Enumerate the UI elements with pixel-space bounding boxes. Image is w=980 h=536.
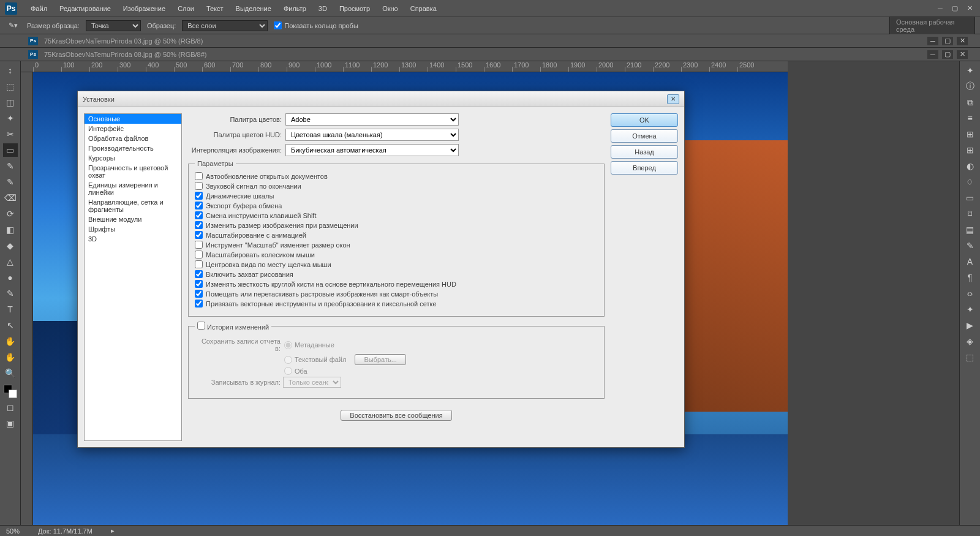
dodge-tool[interactable]: ● xyxy=(3,271,18,284)
close-icon[interactable]: ✕ xyxy=(964,4,975,13)
option-checkbox[interactable] xyxy=(195,202,203,209)
option-checkbox[interactable] xyxy=(195,260,203,268)
panel-icon[interactable]: ¶ xyxy=(963,271,978,284)
stamp-tool[interactable]: ⌫ xyxy=(3,191,18,205)
category-item[interactable]: Внешние модули xyxy=(85,214,181,224)
tab-minimize-icon[interactable]: ─ xyxy=(927,37,938,45)
panel-icon[interactable]: ✦ xyxy=(963,64,978,77)
option-checkbox[interactable] xyxy=(195,211,203,219)
hud-picker-select[interactable]: Цветовая шкала (маленькая) xyxy=(285,129,459,141)
panel-icon[interactable]: ◐ xyxy=(963,159,978,173)
lasso-tool[interactable]: ◫ xyxy=(3,96,18,109)
option-checkbox[interactable] xyxy=(195,241,203,249)
category-item[interactable]: 3D xyxy=(85,234,181,244)
history-log-checkbox[interactable] xyxy=(197,322,205,330)
menu-3d[interactable]: 3D xyxy=(312,5,333,12)
tab-close-icon[interactable]: ✕ xyxy=(957,37,968,45)
tab-minimize-icon[interactable]: ─ xyxy=(927,50,938,59)
pen-tool[interactable]: ✎ xyxy=(3,287,18,300)
menu-edit[interactable]: Редактирование xyxy=(53,5,117,12)
category-item[interactable]: Направляющие, сетка и фрагменты xyxy=(85,197,181,214)
maximize-icon[interactable]: ▢ xyxy=(949,4,960,13)
option-checkbox[interactable] xyxy=(195,290,203,298)
doc-size[interactable]: Док: 11.7M/11.7M xyxy=(38,527,92,535)
menu-filter[interactable]: Фильтр xyxy=(277,5,312,12)
quickmask-icon[interactable]: ◻ xyxy=(3,401,18,414)
crop-tool[interactable]: ✂ xyxy=(3,127,18,141)
cancel-button[interactable]: Отмена xyxy=(611,129,678,143)
menu-help[interactable]: Справка xyxy=(404,5,443,12)
panel-icon[interactable]: ⬚ xyxy=(963,350,978,364)
ok-button[interactable]: OK xyxy=(611,113,678,127)
panel-icon[interactable]: ⊞ xyxy=(963,127,978,141)
menu-file[interactable]: Файл xyxy=(24,5,53,12)
option-checkbox[interactable] xyxy=(195,231,203,239)
panel-icon[interactable]: ✎ xyxy=(963,239,978,252)
category-item[interactable]: Шрифты xyxy=(85,224,181,234)
panel-icon[interactable]: ◈ xyxy=(963,334,978,348)
eraser-tool[interactable]: ◧ xyxy=(3,223,18,236)
zoom-level[interactable]: 50% xyxy=(6,527,20,535)
option-checkbox[interactable] xyxy=(195,221,203,229)
menu-window[interactable]: Окно xyxy=(376,5,404,12)
panel-icon[interactable]: ▤ xyxy=(963,223,978,236)
interpolation-select[interactable]: Бикубическая автоматическая xyxy=(285,144,459,156)
move-tool[interactable]: ↕ xyxy=(3,64,18,77)
history-brush-tool[interactable]: ⟳ xyxy=(3,207,18,221)
eyedropper-tool[interactable]: ▭ xyxy=(3,143,18,157)
menu-layers[interactable]: Слои xyxy=(172,5,200,12)
tab-maximize-icon[interactable]: ▢ xyxy=(942,50,953,59)
option-checkbox[interactable] xyxy=(195,192,203,200)
status-arrow-icon[interactable]: ▸ xyxy=(111,527,115,535)
menu-select[interactable]: Выделение xyxy=(230,5,277,12)
menu-text[interactable]: Текст xyxy=(200,5,230,12)
option-checkbox[interactable] xyxy=(195,182,203,190)
option-checkbox[interactable] xyxy=(195,270,203,278)
workspace-selector[interactable]: Основная рабочая среда xyxy=(889,17,975,35)
sample-type-select[interactable]: Все слои xyxy=(182,20,268,31)
sampling-ring-input[interactable] xyxy=(274,21,282,29)
panel-icon[interactable]: ♢ xyxy=(963,175,978,189)
option-checkbox[interactable] xyxy=(195,300,203,308)
prev-button[interactable]: Назад xyxy=(611,145,678,159)
sampling-ring-checkbox[interactable]: Показать кольцо пробы xyxy=(274,21,358,29)
category-item[interactable]: Единицы измерения и линейки xyxy=(85,180,181,197)
next-button[interactable]: Вперед xyxy=(611,161,678,175)
panel-icon[interactable]: ‹› xyxy=(963,287,978,300)
panel-icon[interactable]: ⌑ xyxy=(963,207,978,221)
brush-tool[interactable]: ✎ xyxy=(3,175,18,189)
panel-icon[interactable]: ✦ xyxy=(963,303,978,316)
tab-maximize-icon[interactable]: ▢ xyxy=(942,37,953,45)
panel-icon[interactable]: ⓘ xyxy=(963,80,978,93)
marquee-tool[interactable]: ⬚ xyxy=(3,80,18,93)
option-checkbox[interactable] xyxy=(195,280,203,288)
option-checkbox[interactable] xyxy=(195,251,203,259)
category-item[interactable]: Производительность xyxy=(85,143,181,153)
menu-image[interactable]: Изображение xyxy=(117,5,172,12)
category-item[interactable]: Прозрачность и цветовой охват xyxy=(85,163,181,180)
gradient-tool[interactable]: ◆ xyxy=(3,239,18,252)
option-checkbox[interactable] xyxy=(195,172,203,180)
panel-icon[interactable]: ▶ xyxy=(963,319,978,332)
menu-view[interactable]: Просмотр xyxy=(333,5,376,12)
color-swatch[interactable] xyxy=(4,385,17,398)
tool-preset-icon[interactable]: ✎▾ xyxy=(5,20,21,32)
zoom-tool[interactable]: 🔍 xyxy=(3,366,18,380)
document-tab-2[interactable]: Ps 75KrasOboevNaTemuPriroda 08.jpg @ 50%… xyxy=(0,48,980,61)
wand-tool[interactable]: ✦ xyxy=(3,111,18,125)
panel-icon[interactable]: ≡ xyxy=(963,111,978,125)
color-picker-select[interactable]: Adobe xyxy=(285,113,459,126)
blur-tool[interactable]: △ xyxy=(3,255,18,268)
tab-close-icon[interactable]: ✕ xyxy=(957,50,968,59)
panel-icon[interactable]: A xyxy=(963,255,978,268)
panel-icon[interactable]: ⧉ xyxy=(963,96,978,109)
path-tool[interactable]: ↖ xyxy=(3,319,18,332)
shape-tool[interactable]: ✋ xyxy=(3,334,18,348)
panel-icon[interactable]: ▭ xyxy=(963,191,978,205)
hand-tool[interactable]: ✋ xyxy=(3,350,18,364)
dialog-close-button[interactable]: ✕ xyxy=(667,94,679,104)
panel-icon[interactable]: ⊞ xyxy=(963,143,978,157)
document-tab-1[interactable]: Ps 75KrasOboevNaTemuPriroda 03.jpg @ 50%… xyxy=(0,34,980,48)
text-tool[interactable]: T xyxy=(3,303,18,316)
minimize-icon[interactable]: ─ xyxy=(935,4,946,13)
